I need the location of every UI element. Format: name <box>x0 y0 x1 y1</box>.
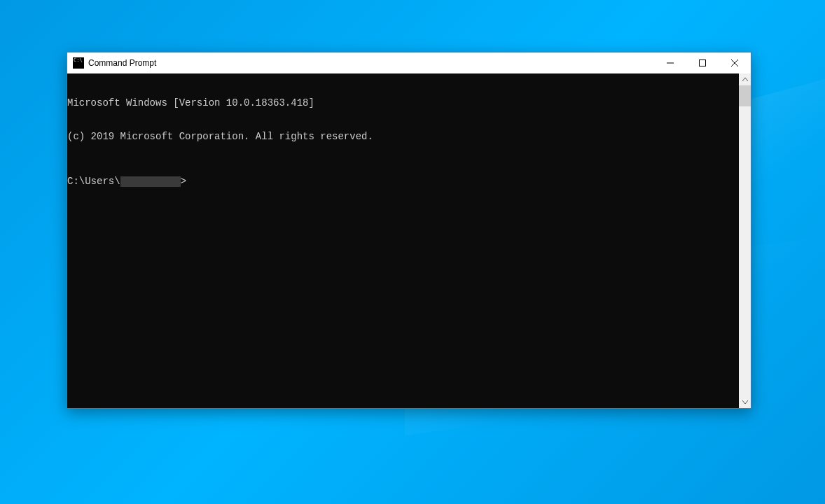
prompt-line: C:\Users\> <box>67 176 739 187</box>
close-icon <box>731 59 738 66</box>
window-controls <box>654 52 751 74</box>
scroll-down-button[interactable] <box>739 396 751 408</box>
version-line: Microsoft Windows [Version 10.0.18363.41… <box>67 97 739 108</box>
titlebar[interactable]: Command Prompt <box>67 52 751 74</box>
chevron-down-icon <box>742 400 748 404</box>
chevron-up-icon <box>742 78 748 81</box>
terminal-container: Microsoft Windows [Version 10.0.18363.41… <box>67 74 751 408</box>
maximize-button[interactable] <box>686 52 719 74</box>
maximize-icon <box>699 59 706 66</box>
scroll-up-button[interactable] <box>739 74 751 85</box>
prompt-prefix: C:\Users\ <box>67 176 120 187</box>
scroll-track[interactable] <box>739 85 751 396</box>
terminal-output[interactable]: Microsoft Windows [Version 10.0.18363.41… <box>67 74 739 408</box>
minimize-button[interactable] <box>654 52 686 74</box>
command-prompt-window: Command Prompt Microsoft Windows <box>67 52 751 409</box>
scroll-thumb[interactable] <box>739 85 751 106</box>
minimize-icon <box>667 59 674 66</box>
copyright-line: (c) 2019 Microsoft Corporation. All righ… <box>67 131 739 142</box>
window-title: Command Prompt <box>88 58 654 68</box>
vertical-scrollbar[interactable] <box>739 74 751 408</box>
svg-rect-1 <box>700 60 706 66</box>
close-button[interactable] <box>719 52 751 74</box>
cmd-icon <box>73 57 84 69</box>
prompt-suffix: > <box>181 176 186 187</box>
redacted-username <box>120 176 181 187</box>
